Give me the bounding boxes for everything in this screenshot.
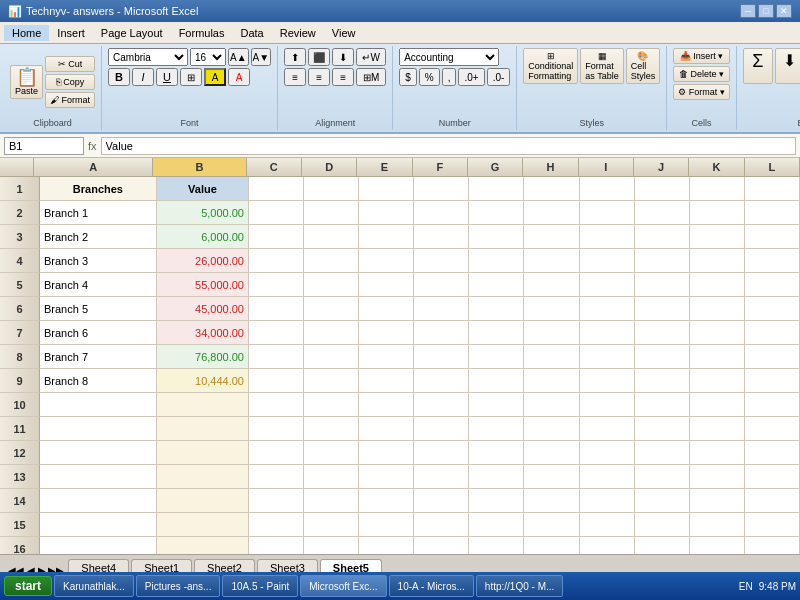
cell-g10[interactable] bbox=[469, 393, 524, 417]
font-family-select[interactable]: Cambria bbox=[108, 48, 188, 66]
cell-c6[interactable] bbox=[249, 297, 304, 321]
cell-f2[interactable] bbox=[414, 201, 469, 225]
cell-d10[interactable] bbox=[304, 393, 359, 417]
delete-cells-button[interactable]: 🗑 Delete ▾ bbox=[673, 66, 730, 82]
cell-e9[interactable] bbox=[359, 369, 414, 393]
cell-l12[interactable] bbox=[745, 441, 800, 465]
cell-k8[interactable] bbox=[690, 345, 745, 369]
copy-button[interactable]: ⎘ Copy bbox=[45, 74, 95, 90]
cell-h14[interactable] bbox=[524, 489, 579, 513]
row-header-12[interactable]: 12 bbox=[0, 441, 40, 465]
cell-c14[interactable] bbox=[249, 489, 304, 513]
cell-i16[interactable] bbox=[580, 537, 635, 554]
format-cells-button[interactable]: ⚙ Format ▾ bbox=[673, 84, 730, 100]
border-button[interactable]: ⊞ bbox=[180, 68, 202, 86]
col-header-d[interactable]: D bbox=[302, 158, 357, 176]
align-middle-button[interactable]: ⬛ bbox=[308, 48, 330, 66]
cell-d15[interactable] bbox=[304, 513, 359, 537]
cell-d4[interactable] bbox=[304, 249, 359, 273]
cell-k13[interactable] bbox=[690, 465, 745, 489]
cell-c3[interactable] bbox=[249, 225, 304, 249]
cell-f3[interactable] bbox=[414, 225, 469, 249]
cell-f9[interactable] bbox=[414, 369, 469, 393]
format-painter-button[interactable]: 🖌 Format bbox=[45, 92, 95, 108]
cut-button[interactable]: ✂ Cut bbox=[45, 56, 95, 72]
cell-k1[interactable] bbox=[690, 177, 745, 201]
align-left-button[interactable]: ≡ bbox=[284, 68, 306, 86]
cell-j13[interactable] bbox=[635, 465, 690, 489]
cell-l7[interactable] bbox=[745, 321, 800, 345]
cell-j3[interactable] bbox=[635, 225, 690, 249]
cell-h6[interactable] bbox=[524, 297, 579, 321]
cell-c13[interactable] bbox=[249, 465, 304, 489]
cell-c15[interactable] bbox=[249, 513, 304, 537]
cell-e11[interactable] bbox=[359, 417, 414, 441]
cell-h4[interactable] bbox=[524, 249, 579, 273]
cell-i10[interactable] bbox=[580, 393, 635, 417]
cell-c12[interactable] bbox=[249, 441, 304, 465]
cell-k5[interactable] bbox=[690, 273, 745, 297]
cell-i15[interactable] bbox=[580, 513, 635, 537]
cell-g5[interactable] bbox=[469, 273, 524, 297]
row-header-10[interactable]: 10 bbox=[0, 393, 40, 417]
cell-a16[interactable] bbox=[40, 537, 157, 554]
row-header-2[interactable]: 2 bbox=[0, 201, 40, 225]
cell-b9[interactable]: 10,444.00 bbox=[157, 369, 249, 393]
row-header-13[interactable]: 13 bbox=[0, 465, 40, 489]
cell-a6[interactable]: Branch 5 bbox=[40, 297, 157, 321]
cell-j12[interactable] bbox=[635, 441, 690, 465]
cell-a10[interactable] bbox=[40, 393, 157, 417]
cell-b12[interactable] bbox=[157, 441, 249, 465]
cell-i2[interactable] bbox=[580, 201, 635, 225]
menu-insert[interactable]: Insert bbox=[49, 25, 93, 41]
cell-j8[interactable] bbox=[635, 345, 690, 369]
cell-b13[interactable] bbox=[157, 465, 249, 489]
merge-button[interactable]: ⊞M bbox=[356, 68, 386, 86]
cell-e8[interactable] bbox=[359, 345, 414, 369]
cell-g12[interactable] bbox=[469, 441, 524, 465]
cell-l1[interactable] bbox=[745, 177, 800, 201]
cell-e12[interactable] bbox=[359, 441, 414, 465]
cell-l11[interactable] bbox=[745, 417, 800, 441]
cell-h7[interactable] bbox=[524, 321, 579, 345]
cell-d6[interactable] bbox=[304, 297, 359, 321]
row-header-9[interactable]: 9 bbox=[0, 369, 40, 393]
col-header-i[interactable]: I bbox=[579, 158, 634, 176]
cell-b4[interactable]: 26,000.00 bbox=[157, 249, 249, 273]
cell-g4[interactable] bbox=[469, 249, 524, 273]
taskbar-item-5[interactable]: http://1Q0 - M... bbox=[476, 575, 563, 597]
cell-e7[interactable] bbox=[359, 321, 414, 345]
menu-view[interactable]: View bbox=[324, 25, 364, 41]
decrease-font-button[interactable]: A▼ bbox=[251, 48, 272, 66]
cell-i5[interactable] bbox=[580, 273, 635, 297]
cell-j4[interactable] bbox=[635, 249, 690, 273]
taskbar-item-4[interactable]: 10-A - Micros... bbox=[389, 575, 474, 597]
cell-f14[interactable] bbox=[414, 489, 469, 513]
cell-g7[interactable] bbox=[469, 321, 524, 345]
cell-a14[interactable] bbox=[40, 489, 157, 513]
taskbar-item-0[interactable]: Karunathlak... bbox=[54, 575, 134, 597]
align-right-button[interactable]: ≡ bbox=[332, 68, 354, 86]
cell-l9[interactable] bbox=[745, 369, 800, 393]
cell-j11[interactable] bbox=[635, 417, 690, 441]
col-header-h[interactable]: H bbox=[523, 158, 578, 176]
cell-k15[interactable] bbox=[690, 513, 745, 537]
cell-l3[interactable] bbox=[745, 225, 800, 249]
col-header-a[interactable]: A bbox=[34, 158, 153, 176]
cell-f13[interactable] bbox=[414, 465, 469, 489]
cell-g16[interactable] bbox=[469, 537, 524, 554]
cell-f6[interactable] bbox=[414, 297, 469, 321]
cell-k3[interactable] bbox=[690, 225, 745, 249]
fill-color-button[interactable]: A bbox=[204, 68, 226, 86]
cell-h5[interactable] bbox=[524, 273, 579, 297]
start-button[interactable]: start bbox=[4, 576, 52, 596]
cell-d7[interactable] bbox=[304, 321, 359, 345]
cell-g11[interactable] bbox=[469, 417, 524, 441]
cell-c10[interactable] bbox=[249, 393, 304, 417]
cell-h11[interactable] bbox=[524, 417, 579, 441]
increase-font-button[interactable]: A▲ bbox=[228, 48, 249, 66]
cell-g1[interactable] bbox=[469, 177, 524, 201]
cell-l6[interactable] bbox=[745, 297, 800, 321]
fill-button[interactable]: ⬇ bbox=[775, 48, 800, 84]
currency-button[interactable]: $ bbox=[399, 68, 417, 86]
